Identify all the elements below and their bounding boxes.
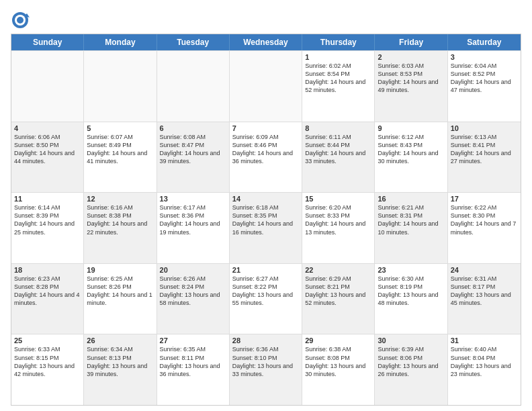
calendar-cell xyxy=(84,51,157,122)
calendar-cell: 24Sunrise: 6:31 AM Sunset: 8:17 PM Dayli… xyxy=(448,264,521,334)
cell-text: Sunrise: 6:03 AM Sunset: 8:53 PM Dayligh… xyxy=(378,62,444,95)
calendar-header-cell: Saturday xyxy=(448,34,521,50)
calendar-cell: 17Sunrise: 6:22 AM Sunset: 8:30 PM Dayli… xyxy=(448,193,521,263)
cell-text: Sunrise: 6:27 AM Sunset: 8:22 PM Dayligh… xyxy=(232,275,299,308)
day-number: 8 xyxy=(305,124,371,132)
calendar-cell: 9Sunrise: 6:12 AM Sunset: 8:43 PM Daylig… xyxy=(375,122,447,193)
cell-text: Sunrise: 6:16 AM Sunset: 8:38 PM Dayligh… xyxy=(87,203,153,236)
cell-text: Sunrise: 6:11 AM Sunset: 8:44 PM Dayligh… xyxy=(305,133,371,166)
day-number: 14 xyxy=(232,195,299,203)
cell-text: Sunrise: 6:21 AM Sunset: 8:31 PM Dayligh… xyxy=(378,203,444,236)
day-number: 19 xyxy=(87,266,153,274)
cell-text: Sunrise: 6:17 AM Sunset: 8:36 PM Dayligh… xyxy=(160,203,226,236)
header xyxy=(11,8,521,30)
cell-text: Sunrise: 6:06 AM Sunset: 8:50 PM Dayligh… xyxy=(14,133,81,166)
calendar-cell: 7Sunrise: 6:09 AM Sunset: 8:46 PM Daylig… xyxy=(230,122,302,193)
calendar-cell: 26Sunrise: 6:34 AM Sunset: 8:13 PM Dayli… xyxy=(84,334,157,405)
cell-text: Sunrise: 6:30 AM Sunset: 8:19 PM Dayligh… xyxy=(378,275,444,308)
calendar-cell: 18Sunrise: 6:23 AM Sunset: 8:28 PM Dayli… xyxy=(11,264,84,334)
cell-text: Sunrise: 6:04 AM Sunset: 8:52 PM Dayligh… xyxy=(451,62,518,95)
calendar-cell: 13Sunrise: 6:17 AM Sunset: 8:36 PM Dayli… xyxy=(157,193,230,263)
day-number: 16 xyxy=(378,195,444,203)
cell-text: Sunrise: 6:31 AM Sunset: 8:17 PM Dayligh… xyxy=(451,275,518,308)
calendar-cell: 31Sunrise: 6:40 AM Sunset: 8:04 PM Dayli… xyxy=(448,334,521,405)
calendar-cell: 4Sunrise: 6:06 AM Sunset: 8:50 PM Daylig… xyxy=(11,122,84,193)
cell-text: Sunrise: 6:02 AM Sunset: 8:54 PM Dayligh… xyxy=(305,62,371,95)
svg-point-2 xyxy=(17,17,24,24)
day-number: 17 xyxy=(451,195,518,203)
logo-icon xyxy=(11,11,30,30)
calendar-row: 18Sunrise: 6:23 AM Sunset: 8:28 PM Dayli… xyxy=(11,263,521,334)
cell-text: Sunrise: 6:14 AM Sunset: 8:39 PM Dayligh… xyxy=(14,203,81,236)
cell-text: Sunrise: 6:38 AM Sunset: 8:08 PM Dayligh… xyxy=(305,345,371,378)
calendar-cell: 15Sunrise: 6:20 AM Sunset: 8:33 PM Dayli… xyxy=(302,193,375,263)
calendar-cell: 29Sunrise: 6:38 AM Sunset: 8:08 PM Dayli… xyxy=(302,334,375,405)
cell-text: Sunrise: 6:08 AM Sunset: 8:47 PM Dayligh… xyxy=(160,133,226,166)
day-number: 3 xyxy=(451,53,518,61)
day-number: 24 xyxy=(451,266,518,274)
calendar-body: 1Sunrise: 6:02 AM Sunset: 8:54 PM Daylig… xyxy=(11,50,521,405)
cell-text: Sunrise: 6:07 AM Sunset: 8:49 PM Dayligh… xyxy=(87,133,153,166)
day-number: 11 xyxy=(14,195,81,203)
calendar-cell: 8Sunrise: 6:11 AM Sunset: 8:44 PM Daylig… xyxy=(302,122,375,193)
calendar-cell: 14Sunrise: 6:18 AM Sunset: 8:35 PM Dayli… xyxy=(230,193,302,263)
day-number: 21 xyxy=(232,266,299,274)
day-number: 15 xyxy=(305,195,371,203)
day-number: 6 xyxy=(160,124,226,132)
calendar-row: 1Sunrise: 6:02 AM Sunset: 8:54 PM Daylig… xyxy=(11,50,521,122)
calendar-row: 4Sunrise: 6:06 AM Sunset: 8:50 PM Daylig… xyxy=(11,122,521,193)
calendar-header-cell: Monday xyxy=(84,34,157,50)
day-number: 26 xyxy=(87,336,153,345)
calendar-header-cell: Friday xyxy=(375,34,447,50)
cell-text: Sunrise: 6:23 AM Sunset: 8:28 PM Dayligh… xyxy=(14,275,81,308)
day-number: 1 xyxy=(305,53,371,61)
day-number: 10 xyxy=(451,124,518,132)
cell-text: Sunrise: 6:25 AM Sunset: 8:26 PM Dayligh… xyxy=(87,275,153,308)
day-number: 13 xyxy=(160,195,226,203)
cell-text: Sunrise: 6:33 AM Sunset: 8:15 PM Dayligh… xyxy=(14,345,81,378)
calendar-cell: 6Sunrise: 6:08 AM Sunset: 8:47 PM Daylig… xyxy=(157,122,230,193)
calendar-cell: 12Sunrise: 6:16 AM Sunset: 8:38 PM Dayli… xyxy=(84,193,157,263)
calendar-cell: 5Sunrise: 6:07 AM Sunset: 8:49 PM Daylig… xyxy=(84,122,157,193)
cell-text: Sunrise: 6:36 AM Sunset: 8:10 PM Dayligh… xyxy=(232,345,299,378)
cell-text: Sunrise: 6:40 AM Sunset: 8:04 PM Dayligh… xyxy=(451,345,518,378)
cell-text: Sunrise: 6:20 AM Sunset: 8:33 PM Dayligh… xyxy=(305,203,371,236)
day-number: 31 xyxy=(451,336,518,345)
day-number: 20 xyxy=(160,266,226,274)
calendar-cell xyxy=(157,51,230,122)
calendar-cell: 16Sunrise: 6:21 AM Sunset: 8:31 PM Dayli… xyxy=(375,193,447,263)
day-number: 18 xyxy=(14,266,81,274)
calendar-cell: 27Sunrise: 6:35 AM Sunset: 8:11 PM Dayli… xyxy=(157,334,230,405)
cell-text: Sunrise: 6:26 AM Sunset: 8:24 PM Dayligh… xyxy=(160,275,226,308)
page: SundayMondayTuesdayWednesdayThursdayFrid… xyxy=(0,0,532,411)
day-number: 28 xyxy=(232,336,299,345)
calendar: SundayMondayTuesdayWednesdayThursdayFrid… xyxy=(11,34,521,406)
day-number: 27 xyxy=(160,336,226,345)
day-number: 5 xyxy=(87,124,153,132)
cell-text: Sunrise: 6:18 AM Sunset: 8:35 PM Dayligh… xyxy=(232,203,299,236)
cell-text: Sunrise: 6:35 AM Sunset: 8:11 PM Dayligh… xyxy=(160,345,226,378)
cell-text: Sunrise: 6:09 AM Sunset: 8:46 PM Dayligh… xyxy=(232,133,299,166)
calendar-cell: 23Sunrise: 6:30 AM Sunset: 8:19 PM Dayli… xyxy=(375,264,447,334)
day-number: 9 xyxy=(378,124,444,132)
logo xyxy=(11,11,32,30)
calendar-cell: 19Sunrise: 6:25 AM Sunset: 8:26 PM Dayli… xyxy=(84,264,157,334)
calendar-cell: 10Sunrise: 6:13 AM Sunset: 8:41 PM Dayli… xyxy=(448,122,521,193)
calendar-row: 11Sunrise: 6:14 AM Sunset: 8:39 PM Dayli… xyxy=(11,192,521,263)
calendar-row: 25Sunrise: 6:33 AM Sunset: 8:15 PM Dayli… xyxy=(11,334,521,405)
calendar-cell: 30Sunrise: 6:39 AM Sunset: 8:06 PM Dayli… xyxy=(375,334,447,405)
day-number: 2 xyxy=(378,53,444,61)
day-number: 30 xyxy=(378,336,444,345)
calendar-cell xyxy=(230,51,302,122)
day-number: 22 xyxy=(305,266,371,274)
calendar-cell: 11Sunrise: 6:14 AM Sunset: 8:39 PM Dayli… xyxy=(11,193,84,263)
calendar-header-cell: Tuesday xyxy=(157,34,230,50)
calendar-cell: 2Sunrise: 6:03 AM Sunset: 8:53 PM Daylig… xyxy=(375,51,447,122)
cell-text: Sunrise: 6:12 AM Sunset: 8:43 PM Dayligh… xyxy=(378,133,444,166)
calendar-cell xyxy=(11,51,84,122)
calendar-cell: 20Sunrise: 6:26 AM Sunset: 8:24 PM Dayli… xyxy=(157,264,230,334)
day-number: 7 xyxy=(232,124,299,132)
day-number: 4 xyxy=(14,124,81,132)
cell-text: Sunrise: 6:13 AM Sunset: 8:41 PM Dayligh… xyxy=(451,133,518,166)
cell-text: Sunrise: 6:39 AM Sunset: 8:06 PM Dayligh… xyxy=(378,345,444,378)
